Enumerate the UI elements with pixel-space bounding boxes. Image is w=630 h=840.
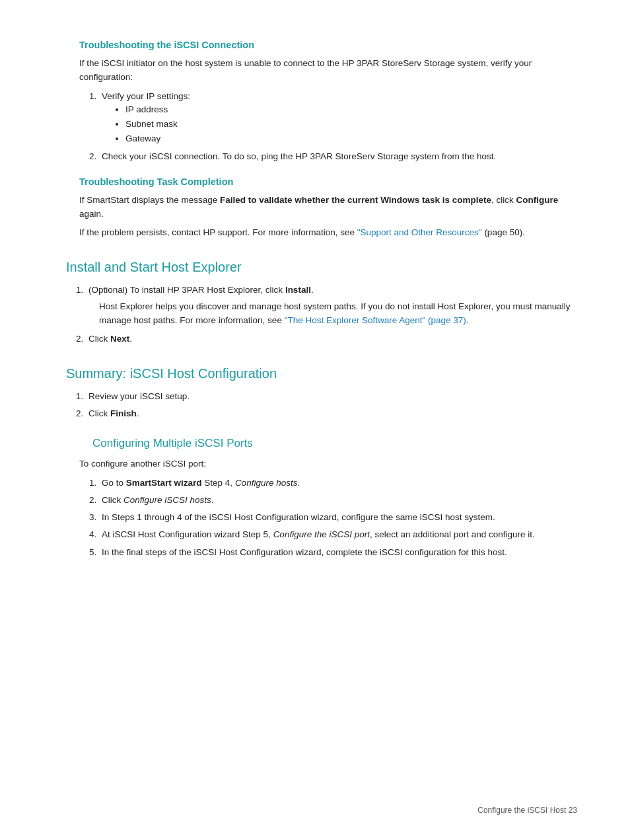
para2-link[interactable]: "Support and Other Resources" <box>357 227 482 237</box>
troubleshooting-iscsi-intro: If the iSCSI initiator on the host syste… <box>79 57 577 85</box>
install-host-explorer-section: Install and Start Host Explorer (Optiona… <box>53 257 577 346</box>
list-item: Verify your IP settings: IP address Subn… <box>99 90 577 146</box>
list-item: (Optional) To install HP 3PAR Host Explo… <box>86 284 577 327</box>
list-item: Review your iSCSI setup. <box>86 390 577 403</box>
configuring-multiple-section: Configuring Multiple iSCSI Ports To conf… <box>53 435 577 559</box>
para2-prefix: If the problem persists, contact HP supp… <box>79 227 357 237</box>
configuring-multiple-intro: To configure another iSCSI port: <box>79 457 577 471</box>
cm-step1-end: . <box>297 478 300 488</box>
list-item: IP address <box>125 103 577 116</box>
summary-step1: Review your iSCSI setup. <box>88 391 190 401</box>
sub-suffix: . <box>466 315 469 325</box>
step1-sub-block: Host Explorer helps you discover and man… <box>88 300 577 328</box>
para1-prefix: If SmartStart displays the message <box>79 195 220 205</box>
para1-bold2: Configure <box>516 195 559 205</box>
list-item: Gateway <box>125 132 577 145</box>
summary-iscsi-steps: Review your iSCSI setup. Click Finish. <box>66 390 577 421</box>
troubleshooting-iscsi-section: Troubleshooting the iSCSI Connection If … <box>53 38 577 163</box>
ip-settings-list: IP address Subnet mask Gateway <box>102 103 577 146</box>
cm-step2-italic: Configure iSCSI hosts <box>123 495 211 505</box>
cm-step2-suffix: . <box>211 495 214 505</box>
list-item: At iSCSI Host Configuration wizard Step … <box>99 528 577 541</box>
cm-step4-suffix: , select an additional port and configur… <box>370 529 535 539</box>
step2-prefix: Click <box>88 334 110 344</box>
install-host-explorer-steps: (Optional) To install HP 3PAR Host Explo… <box>66 284 577 346</box>
cm-step4-italic: Configure the iSCSI port <box>273 529 370 539</box>
cm-step2-prefix: Click <box>102 495 123 505</box>
cm-step3: In Steps 1 through 4 of the iSCSI Host C… <box>102 512 495 522</box>
summary-iscsi-heading: Summary: iSCSI Host Configuration <box>66 363 577 383</box>
step-2-text: Check your iSCSI connection. To do so, p… <box>102 151 496 161</box>
step1-sub-text: Host Explorer helps you discover and man… <box>99 300 577 328</box>
troubleshooting-iscsi-heading: Troubleshooting the iSCSI Connection <box>79 38 577 53</box>
troubleshooting-task-para1: If SmartStart displays the message Faile… <box>79 194 577 221</box>
footer-right: Configure the iSCSI Host 23 <box>477 806 577 815</box>
sub-link[interactable]: "The Host Explorer Software Agent" (page… <box>285 315 466 325</box>
page-footer: Configure the iSCSI Host 23 <box>477 804 577 816</box>
configuring-multiple-heading: Configuring Multiple iSCSI Ports <box>79 435 577 452</box>
troubleshooting-task-heading: Troubleshooting Task Completion <box>79 175 577 190</box>
summary-iscsi-section: Summary: iSCSI Host Configuration Review… <box>53 363 577 421</box>
step2-bold: Next <box>110 334 129 344</box>
page: Troubleshooting the iSCSI Connection If … <box>0 0 630 840</box>
step1-bold: Install <box>285 285 311 295</box>
para1-bold: Failed to validate whether the current W… <box>220 195 491 205</box>
list-item: Subnet mask <box>125 118 577 131</box>
list-item: In Steps 1 through 4 of the iSCSI Host C… <box>99 511 577 524</box>
cm-step1-prefix: Go to <box>102 478 126 488</box>
para1-end: again. <box>79 209 104 219</box>
troubleshooting-iscsi-steps: Verify your IP settings: IP address Subn… <box>79 90 577 163</box>
list-item: Click Next. <box>86 332 577 346</box>
cm-step5: In the final steps of the iSCSI Host Con… <box>102 547 507 557</box>
list-item: Click Finish. <box>86 407 577 420</box>
troubleshooting-task-section: Troubleshooting Task Completion If Smart… <box>53 175 577 241</box>
configuring-multiple-steps: Go to SmartStart wizard Step 4, Configur… <box>79 477 577 559</box>
cm-step1-bold: SmartStart wizard <box>126 478 202 488</box>
install-host-explorer-heading: Install and Start Host Explorer <box>66 257 577 277</box>
list-item: Go to SmartStart wizard Step 4, Configur… <box>99 477 577 490</box>
cm-step4-prefix: At iSCSI Host Configuration wizard Step … <box>102 529 273 539</box>
para2-link-suffix: (page 50). <box>482 227 525 237</box>
step1-suffix: . <box>311 285 314 295</box>
list-item: Click Configure iSCSI hosts. <box>99 494 577 507</box>
step1-prefix: (Optional) To install HP 3PAR Host Explo… <box>88 285 285 295</box>
step-1-text: Verify your IP settings: <box>102 91 190 101</box>
troubleshooting-task-para2: If the problem persists, contact HP supp… <box>79 226 577 240</box>
summary-step2-prefix: Click <box>88 408 110 418</box>
step2-suffix: . <box>129 334 132 344</box>
cm-step1-suffix: Step 4, <box>202 478 235 488</box>
para1-suffix: , click <box>491 195 516 205</box>
list-item: In the final steps of the iSCSI Host Con… <box>99 546 577 559</box>
list-item: Check your iSCSI connection. To do so, p… <box>99 150 577 163</box>
cm-step1-italic: Configure hosts <box>235 478 298 488</box>
summary-step2-suffix: . <box>137 408 139 418</box>
summary-step2-bold: Finish <box>110 408 137 418</box>
